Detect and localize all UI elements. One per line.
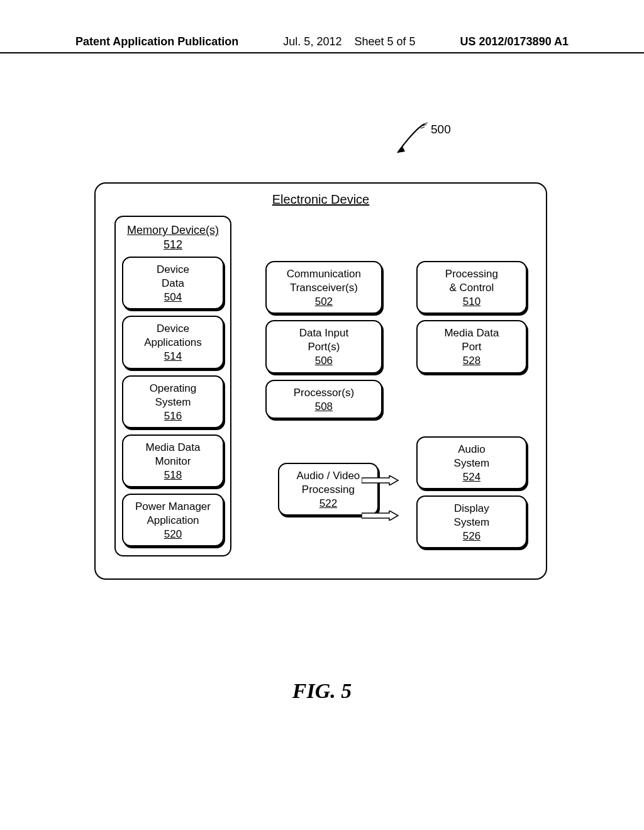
- block-line1: Media Data: [444, 327, 499, 339]
- block-line2: System: [454, 457, 490, 469]
- block-processing-control: Processing & Control 510: [416, 261, 527, 314]
- block-ref: 504: [164, 291, 182, 303]
- memory-devices-container: Memory Device(s) 512 Device Data 504 Dev…: [114, 216, 231, 556]
- block-ref: 514: [164, 350, 182, 362]
- device-title: Electronic Device: [114, 192, 527, 207]
- block-device-applications: Device Applications 514: [122, 316, 224, 368]
- figure-caption-text: FIG. 5: [292, 679, 352, 702]
- block-ref: 524: [463, 471, 480, 483]
- block-communication-transceivers: Communication Transceiver(s) 502: [265, 261, 382, 314]
- header-date-text: Jul. 5, 2012: [283, 35, 341, 48]
- svg-marker-4: [362, 475, 398, 485]
- block-line2: Port(s): [308, 341, 340, 353]
- block-power-manager-application: Power Manager Application 520: [122, 494, 224, 546]
- block-line2: Applications: [144, 336, 202, 348]
- block-audio-system: Audio System 524: [416, 436, 527, 489]
- header-left: Patent Application Publication: [75, 35, 238, 48]
- block-line1: Media Data: [145, 441, 200, 453]
- block-ref: 522: [319, 497, 337, 509]
- block-line2: System: [454, 516, 490, 528]
- block-line1: Audio / Video: [297, 470, 360, 482]
- block-device-data: Device Data 504: [122, 257, 224, 309]
- block-processors: Processor(s) 508: [265, 380, 382, 419]
- block-ref: 518: [164, 469, 182, 481]
- block-ref: 502: [315, 296, 333, 307]
- block-ref: 526: [463, 530, 480, 542]
- reference-number: 500: [431, 123, 451, 136]
- reference-arrow: [390, 123, 434, 163]
- block-line2: Processing: [302, 484, 355, 495]
- block-audio-video-processing: Audio / Video Processing 522: [278, 463, 379, 516]
- block-line2: Data: [162, 277, 184, 289]
- block-ref: 516: [164, 410, 182, 422]
- memory-title-text: Memory Device(s): [127, 224, 219, 236]
- block-line1: Communication: [287, 268, 361, 280]
- arrow-av-to-audio: [362, 475, 399, 485]
- block-line1: Operating: [150, 382, 197, 394]
- arrow-av-to-display: [362, 511, 399, 521]
- svg-line-1: [425, 123, 428, 124]
- block-media-data-port: Media Data Port 528: [416, 320, 527, 373]
- block-line1: Processor(s): [294, 387, 354, 399]
- block-line1: Data Input: [299, 327, 348, 339]
- block-ref: 506: [315, 355, 333, 367]
- block-line2: Monitor: [155, 455, 191, 467]
- block-ref: 520: [164, 528, 182, 540]
- block-line2: System: [155, 396, 191, 408]
- block-line1: Processing: [445, 268, 498, 280]
- block-display-system: Display System 526: [416, 495, 527, 548]
- block-line2: Transceiver(s): [290, 282, 358, 294]
- block-operating-system: Operating System 516: [122, 375, 224, 428]
- svg-marker-5: [362, 511, 398, 521]
- header-date: Jul. 5, 2012 Sheet 5 of 5: [283, 35, 415, 48]
- header-sheet-text: Sheet 5 of 5: [354, 35, 415, 48]
- block-ref: 508: [315, 401, 333, 412]
- block-ref: 528: [463, 355, 480, 367]
- block-ref: 510: [463, 296, 480, 307]
- electronic-device-container: Electronic Device Memory Device(s) 512 D…: [94, 182, 547, 580]
- block-data-input-ports: Data Input Port(s) 506: [265, 320, 382, 373]
- block-line2: Port: [462, 341, 481, 353]
- page-header: Patent Application Publication Jul. 5, 2…: [0, 35, 644, 53]
- block-line2: & Control: [449, 282, 494, 294]
- memory-title: Memory Device(s) 512: [122, 223, 224, 252]
- block-line1: Power Manager: [135, 501, 211, 512]
- svg-line-3: [421, 127, 425, 128]
- memory-title-num: 512: [164, 238, 182, 251]
- header-right: US 2012/0173890 A1: [460, 35, 569, 48]
- block-media-data-monitor: Media Data Monitor 518: [122, 434, 224, 487]
- block-line1: Display: [454, 502, 489, 514]
- figure-caption-bound: FIG. 5: [0, 679, 644, 703]
- block-line1: Audio: [458, 443, 485, 455]
- block-line1: Device: [157, 323, 189, 335]
- block-line1: Device: [157, 263, 189, 275]
- block-line2: Application: [147, 514, 199, 526]
